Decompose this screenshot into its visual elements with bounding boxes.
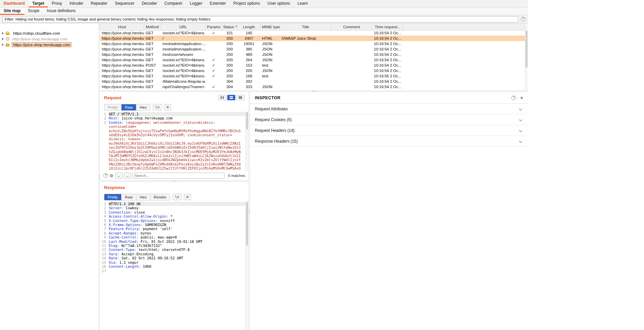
request-row[interactable]: https://juice-shop.heroku...GET/socket.i… — [100, 68, 528, 73]
request-row[interactable]: https://juice-shop.heroku...GET/rest/adm… — [100, 46, 528, 52]
request-response-splitter[interactable] — [100, 180, 248, 182]
response-editor-scrollbar[interactable] — [245, 201, 248, 330]
inspector-splitter[interactable] — [248, 92, 250, 330]
main-tab-logger[interactable]: Logger — [186, 0, 206, 7]
chevron-down-icon[interactable] — [519, 107, 522, 111]
layout-columns-button[interactable] — [218, 95, 226, 100]
request-editor-scrollbar[interactable] — [245, 111, 248, 171]
response-view-tab-raw[interactable]: Raw — [122, 194, 136, 200]
filter-help-icon[interactable]: ? — [521, 17, 526, 22]
request-editor[interactable]: 1GET / HTTP/1.12Host: juice-shop.herokua… — [100, 111, 248, 171]
line-number: 11 — [100, 244, 109, 248]
sub-tab-issue-definitions[interactable]: Issue definitions — [43, 8, 79, 15]
search-help-icon[interactable]: ? — [103, 173, 108, 178]
main-tab-intruder[interactable]: Intruder — [66, 0, 87, 7]
cell-url: /socket.io/?EIO=4&trans... — [161, 68, 206, 73]
sub-tab-scope[interactable]: Scope — [24, 8, 43, 15]
table-scrollbar[interactable] — [525, 24, 528, 90]
request-row[interactable]: https://juice-shop.heroku...POST/socket.… — [100, 63, 528, 68]
layout-single-button[interactable] — [236, 95, 244, 100]
splitter-handle-icon — [249, 209, 250, 213]
expand-arrow-icon[interactable] — [2, 38, 4, 40]
chevron-down-icon[interactable] — [519, 129, 522, 132]
column-header-method[interactable]: Method — [144, 24, 161, 30]
main-tab-comparer[interactable]: Comparer — [161, 0, 186, 7]
expand-arrow-icon[interactable] — [2, 32, 4, 35]
main-tab-proxy[interactable]: Proxy — [48, 0, 66, 7]
request-row[interactable]: https://juice-shop.heroku...GET/socket.i… — [100, 73, 528, 79]
layout-stacked-button[interactable] — [227, 95, 235, 100]
main-tabbar: DashboardTargetProxyIntruderRepeaterSequ… — [0, 0, 528, 8]
inspector-help-icon[interactable]: ? — [511, 96, 516, 100]
search-input[interactable] — [132, 173, 225, 179]
content-column: HostMethodURLParamsStatus ^LengthMIME ty… — [100, 24, 528, 330]
request-row[interactable]: https://juice-shop.heroku...GET/2002407H… — [100, 36, 528, 41]
response-editor[interactable]: 1HTTP/1.1 200 OK2Server: Cowboy3Connecti… — [100, 201, 248, 330]
inspector-section-request-headers-14[interactable]: Request Headers (14) — [250, 125, 528, 136]
column-header-time-request[interactable]: Time request... — [372, 24, 403, 30]
request-row[interactable]: https://juice-shop.heroku...GET/api/Chal… — [100, 84, 528, 89]
expand-arrow-icon[interactable] — [2, 43, 4, 46]
column-header-mime-type[interactable]: MIME type — [261, 24, 280, 30]
request-row[interactable]: https://juice-shop.heroku...GET/Material… — [100, 79, 528, 84]
table-editors-splitter[interactable] — [100, 90, 528, 92]
cell-host: https://juice-shop.heroku... — [100, 68, 144, 73]
main-tab-dashboard[interactable]: Dashboard — [0, 0, 29, 7]
main-tab-learn[interactable]: Learn — [294, 0, 312, 7]
main-tab-decoder[interactable]: Decoder — [138, 0, 161, 7]
chevron-down-icon[interactable] — [519, 118, 522, 121]
request-row[interactable]: https://juice-shop.heroku...GET/socket.i… — [100, 30, 528, 36]
cell-method: GET — [144, 73, 161, 79]
inspector-section-request-cookies-5[interactable]: Request Cookies (5) — [250, 114, 528, 125]
inspector-section-response-headers-15[interactable]: Response Headers (15) — [250, 136, 528, 147]
editor-menu-icon[interactable]: ≡ — [164, 104, 171, 110]
request-view-tab-hex[interactable]: Hex — [136, 104, 150, 110]
main-tab-project-options[interactable]: Project options — [230, 0, 264, 7]
lock-icon — [6, 43, 10, 47]
newline-toggle-button[interactable]: \n — [172, 194, 181, 200]
inspector-close-icon[interactable]: × — [520, 96, 523, 100]
sitemap-filter[interactable]: Filter: Hiding not found items; hiding C… — [2, 16, 518, 23]
column-header-status[interactable]: Status ^ — [222, 24, 238, 30]
main-tab-target[interactable]: Target — [29, 0, 48, 7]
cell-mime — [261, 79, 280, 84]
cell-mime: JSON — [261, 52, 280, 57]
main-tab-sequencer[interactable]: Sequencer — [111, 0, 138, 7]
request-row[interactable]: https://juice-shop.heroku...GET/socket.i… — [100, 57, 528, 63]
tree-item-http-juice-shop-herokuapp-com[interactable]: http://juice-shop.herokuapp.com — [0, 36, 98, 42]
cell-title — [280, 46, 331, 52]
tree-item-https-juice-shop-herokuapp-com[interactable]: https://juice-shop.herokuapp.com — [0, 42, 98, 47]
column-header-title[interactable]: Title — [280, 24, 331, 30]
request-view-tab-pretty[interactable]: Pretty — [104, 104, 122, 110]
main-tab-user-options[interactable]: User options — [264, 0, 294, 7]
search-previous-button[interactable]: ← — [115, 173, 123, 179]
splitter-handle-icon — [312, 91, 316, 91]
column-header-comment[interactable]: Comment — [331, 24, 372, 30]
cell-method: GET — [144, 84, 161, 89]
chevron-down-icon[interactable] — [519, 140, 522, 143]
inspector-section-request-attributes[interactable]: Request Attributes — [250, 104, 528, 114]
column-header-length[interactable]: Length — [238, 24, 261, 30]
column-header-url[interactable]: URL — [161, 24, 206, 30]
main-tab-repeater[interactable]: Repeater — [87, 0, 111, 7]
column-header-host[interactable]: Host — [100, 24, 144, 30]
request-row[interactable]: https://juice-shop.heroku...GET/rest/use… — [100, 52, 528, 57]
request-view-tab-raw[interactable]: Raw — [122, 104, 136, 110]
editor-menu-icon[interactable]: ≡ — [184, 194, 191, 200]
response-view-tab-hex[interactable]: Hex — [136, 194, 150, 200]
main-tab-extender[interactable]: Extender — [206, 0, 230, 7]
search-next-button[interactable]: → — [124, 173, 131, 179]
request-row[interactable]: https://juice-shop.heroku...GET/rest/adm… — [100, 41, 528, 46]
cell-title — [280, 79, 331, 84]
inspector-section-label: Request Headers (14) — [255, 128, 295, 133]
cell-filler — [403, 52, 528, 57]
line-number: 16 — [100, 264, 109, 268]
response-view-tab-pretty[interactable]: Pretty — [104, 194, 122, 200]
sub-tab-site-map[interactable]: Site map — [0, 8, 24, 15]
newline-toggle-button[interactable]: \n — [153, 104, 162, 110]
response-view-tab-render[interactable]: Render — [150, 194, 170, 200]
cell-comment — [331, 41, 372, 46]
column-header-params[interactable]: Params — [206, 24, 222, 30]
search-settings-gear-icon[interactable]: ⚙ — [109, 173, 113, 178]
tree-item-https-cdnjs-cloudflare-com[interactable]: https://cdnjs.cloudflare.com — [0, 30, 98, 36]
